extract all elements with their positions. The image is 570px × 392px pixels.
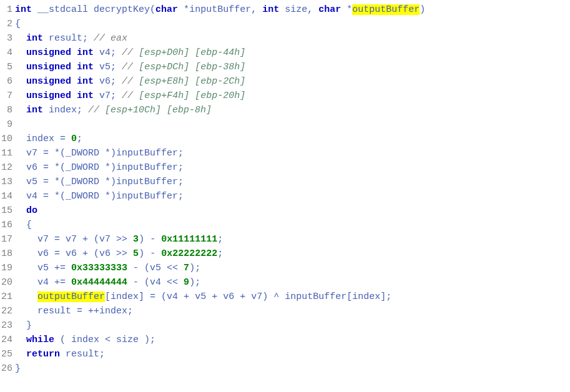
- code-line[interactable]: result = ++index;: [15, 304, 570, 318]
- token-ident: v5: [37, 263, 54, 273]
- token-plain: [15, 33, 26, 44]
- code-line[interactable]: v5 = *(_DWORD *)inputBuffer;: [15, 175, 570, 189]
- token-ident: v6: [26, 162, 43, 173]
- token-punct: ;: [127, 306, 133, 316]
- token-punct: ;: [111, 91, 122, 101]
- token-ident: index: [111, 292, 139, 302]
- token-kw: do: [26, 205, 37, 216]
- code-line[interactable]: int index; // [esp+10Ch] [ebp-8h]: [15, 103, 570, 117]
- code-line[interactable]: while ( index < size );: [15, 333, 570, 347]
- token-plain: [15, 148, 26, 159]
- token-punct: <<: [167, 277, 184, 288]
- code-line[interactable]: {: [15, 218, 570, 232]
- token-kw: unsigned: [26, 76, 71, 87]
- token-kw: unsigned: [26, 62, 71, 72]
- token-punct: = *(: [43, 177, 66, 187]
- code-line[interactable]: unsigned int v7; // [esp+F4h] [ebp-20h]: [15, 89, 570, 103]
- token-plain: [94, 62, 99, 72]
- code-line[interactable]: v6 = *(_DWORD *)inputBuffer;: [15, 160, 570, 175]
- token-ident: v6: [99, 76, 111, 87]
- line-number: 18: [0, 247, 12, 261]
- token-ident: v7: [66, 234, 82, 245]
- code-content[interactable]: int __stdcall decryptKey(char *inputBuff…: [14, 2, 570, 376]
- token-punct: - (: [127, 277, 150, 288]
- token-ident: __stdcall decryptKey: [37, 4, 150, 15]
- token-punct: ] = (: [139, 292, 167, 302]
- token-ident: _DWORD: [66, 191, 105, 202]
- token-kw: unsigned: [26, 47, 71, 58]
- line-number: 11: [0, 146, 12, 160]
- token-plain: [15, 162, 26, 173]
- token-punct: ;: [99, 349, 105, 360]
- token-punct: *: [184, 4, 189, 15]
- token-plain: [15, 220, 26, 230]
- token-comment: // eax: [94, 33, 127, 44]
- code-line[interactable]: unsigned int v6; // [esp+E8h] [ebp-2Ch]: [15, 74, 570, 89]
- token-ident: _DWORD: [66, 148, 105, 159]
- code-line[interactable]: }: [15, 361, 570, 376]
- code-line[interactable]: outputBuffer[index] = (v4 + v5 + v6 + v7…: [15, 290, 570, 304]
- token-comment-offset: [esp+D0h] [ebp-44h]: [139, 47, 245, 58]
- token-punct: = *(: [43, 148, 66, 159]
- code-line[interactable]: unsigned int v4; // [esp+D0h] [ebp-44h]: [15, 46, 570, 60]
- code-line[interactable]: int __stdcall decryptKey(char *inputBuff…: [15, 2, 570, 17]
- token-punct: +: [184, 292, 195, 302]
- token-ident: v6: [37, 248, 54, 259]
- line-number: 12: [0, 160, 12, 175]
- token-punct: = *(: [43, 191, 66, 202]
- token-plain: [43, 105, 49, 115]
- token-punct: ;: [82, 33, 94, 44]
- token-punct: + (: [82, 248, 99, 259]
- token-plain: [71, 91, 77, 101]
- code-line[interactable]: }: [15, 318, 570, 333]
- token-punct: *): [105, 148, 116, 159]
- code-line[interactable]: index = 0;: [15, 132, 570, 146]
- token-kw: unsigned: [26, 91, 71, 101]
- code-line[interactable]: v5 += 0x33333333 - (v5 << 7);: [15, 261, 570, 275]
- code-line[interactable]: v7 = *(_DWORD *)inputBuffer;: [15, 146, 570, 160]
- code-line[interactable]: v4 = *(_DWORD *)inputBuffer;: [15, 189, 570, 203]
- token-punct: ;: [77, 105, 88, 115]
- token-plain: [15, 349, 26, 360]
- token-ident: v4: [37, 277, 54, 288]
- code-line[interactable]: do: [15, 203, 570, 218]
- token-plain: [43, 33, 49, 44]
- token-punct: ): [420, 4, 425, 15]
- code-line[interactable]: v6 = v6 + (v6 >> 5) - 0x22222222;: [15, 247, 570, 261]
- token-ident: index: [49, 105, 77, 115]
- token-punct: ;: [178, 162, 184, 173]
- token-punct: ) -: [139, 248, 161, 259]
- decompiler-view[interactable]: 1234567891011121314151617181920212223242…: [0, 2, 570, 376]
- token-punct: +=: [54, 277, 71, 288]
- token-plain: [15, 62, 26, 72]
- code-line[interactable]: unsigned int v5; // [esp+DCh] [ebp-38h]: [15, 60, 570, 74]
- token-punct: ;: [178, 191, 184, 202]
- token-ident: v4: [167, 292, 184, 302]
- token-comment: //: [88, 105, 105, 115]
- code-line[interactable]: int result; // eax: [15, 31, 570, 46]
- token-punct: ;: [217, 248, 223, 259]
- code-line[interactable]: {: [15, 17, 570, 31]
- code-line[interactable]: v7 = v7 + (v7 >> 3) - 0x11111111;: [15, 232, 570, 247]
- token-punct: =: [54, 248, 66, 259]
- token-ident: index: [99, 306, 127, 316]
- token-number: 0x33333333: [71, 263, 127, 273]
- token-plain: [94, 47, 99, 58]
- code-line[interactable]: v4 += 0x44444444 - (v4 << 9);: [15, 275, 570, 290]
- token-ident: inputBuffer: [116, 191, 178, 202]
- token-plain: [15, 248, 37, 259]
- line-number: 4: [0, 46, 12, 60]
- token-punct: >>: [116, 248, 133, 259]
- token-ident: inputBuffer: [116, 177, 178, 187]
- token-plain: [94, 91, 99, 101]
- token-kw: int: [77, 47, 94, 58]
- code-line[interactable]: [15, 117, 570, 132]
- code-line[interactable]: return result;: [15, 347, 570, 361]
- line-number: 13: [0, 175, 12, 189]
- token-plain: [15, 76, 26, 87]
- token-punct: );: [144, 335, 155, 345]
- token-plain: [15, 234, 37, 245]
- token-kw: int: [26, 105, 43, 115]
- token-ident: v7: [99, 234, 116, 245]
- token-highlight: outputBuffer: [352, 4, 420, 15]
